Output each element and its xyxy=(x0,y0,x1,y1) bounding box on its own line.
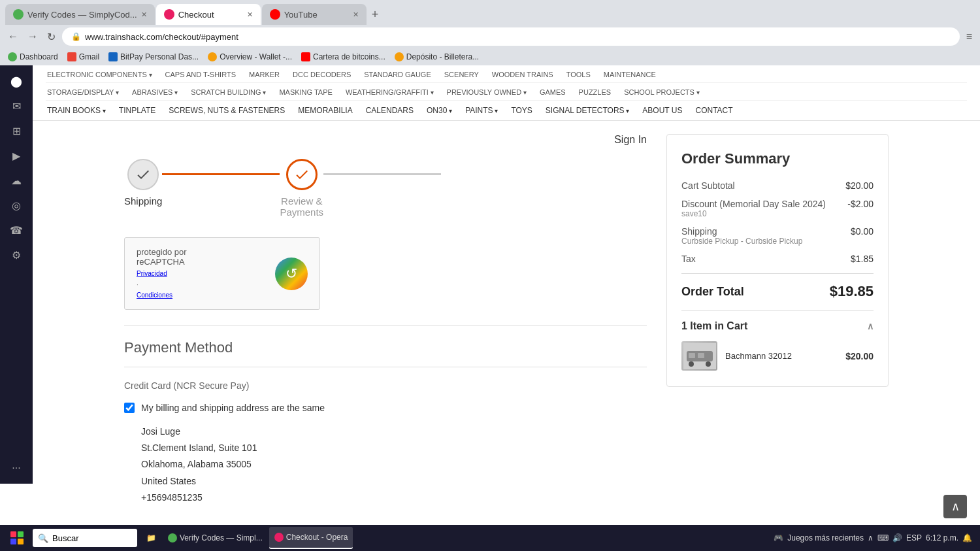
step-line-2 xyxy=(323,173,441,175)
nav-dcc-decoders[interactable]: DCC DECODERS xyxy=(291,69,352,80)
bookmark-overview-label: Overview - Wallet -... xyxy=(220,52,292,61)
nav-previously-owned[interactable]: PREVIOUSLY OWNED xyxy=(446,87,528,97)
taskbar-notification-bell[interactable]: 🔔 xyxy=(962,533,972,543)
taskbar-search-box[interactable]: 🔍 Buscar xyxy=(33,529,137,547)
recaptcha-privacy-link[interactable]: Privacidad xyxy=(137,270,167,277)
nav-tools[interactable]: TOOLS xyxy=(565,69,592,80)
recaptcha-logo: ↺ xyxy=(275,258,308,290)
taskbar-file-explorer[interactable]: 📁 xyxy=(141,527,161,549)
nav-train-books[interactable]: TRAIN BOOKS xyxy=(46,105,107,116)
nav-storage-display[interactable]: STORAGE/DISPLAY xyxy=(46,87,120,97)
cart-items-toggle[interactable]: 1 Item in Cart ∧ xyxy=(681,320,874,332)
tab-verify-codes[interactable]: Verify Codes — SimplyCod... ✕ xyxy=(5,4,155,25)
nav-memorabilia[interactable]: MEMORABILIA xyxy=(297,105,353,116)
nav-caps-tshirts[interactable]: CAPS AND T-SHIRTS xyxy=(164,69,237,80)
tab2-close[interactable]: ✕ xyxy=(247,10,253,19)
taskbar-checkout[interactable]: Checkout - Opera xyxy=(269,527,353,549)
bookmark-dashboard[interactable]: Dashboard xyxy=(5,52,61,62)
nav-contact[interactable]: CONTACT xyxy=(694,105,734,116)
order-total-value: $19.85 xyxy=(830,283,874,300)
left-icon-apps[interactable]: ⊞ xyxy=(5,119,28,142)
menu-button[interactable]: ≡ xyxy=(964,29,975,44)
discount-label-block: Discount (Memorial Day Sale 2024) save10 xyxy=(681,199,826,218)
bookmarks-bar: Dashboard Gmail BitPay Personal Das... O… xyxy=(0,48,980,65)
nav-toys[interactable]: TOYS xyxy=(510,105,533,116)
nav-screws-nuts-fasteners[interactable]: SCREWS, NUTS & FASTENERS xyxy=(167,105,286,116)
left-icon-phone[interactable]: ☎ xyxy=(5,218,28,242)
step1-circle xyxy=(127,159,159,190)
bookmark-bitpay-label: BitPay Personal Das... xyxy=(120,52,199,61)
sign-in-link[interactable]: Sign In xyxy=(614,134,647,145)
nav-scratch-building[interactable]: SCRATCH BUILDING xyxy=(189,87,267,97)
left-icon-settings[interactable]: ⚙ xyxy=(5,243,28,267)
nav-calendars[interactable]: CALENDARS xyxy=(365,105,415,116)
nav-school-projects[interactable]: SCHOOL PROJECTS xyxy=(623,87,701,97)
nav-maintenance[interactable]: MAINTENANCE xyxy=(602,69,657,80)
nav-games[interactable]: GAMES xyxy=(538,87,567,97)
nav-masking-tape[interactable]: MASKING TAPE xyxy=(278,87,334,97)
bookmark-cartera[interactable]: Cartera de bitcoins... xyxy=(299,52,388,62)
back-button[interactable]: ← xyxy=(5,29,21,44)
billing-checkbox[interactable] xyxy=(124,403,135,413)
divider-2 xyxy=(124,367,647,367)
shipping-row: Shipping Curbside Pickup - Curbside Pick… xyxy=(681,226,874,246)
shipping-sub: Curbside Pickup - Curbside Pickup xyxy=(681,237,802,246)
right-col: Order Summary Cart Subtotal $20.00 Disco… xyxy=(666,134,889,506)
new-tab-button[interactable]: + xyxy=(368,8,383,22)
nav-marker[interactable]: MARKER xyxy=(248,69,281,80)
recaptcha-main-text: protegido por reCAPTCHA xyxy=(137,247,236,267)
nav-on30[interactable]: ON30 xyxy=(425,105,453,116)
tab-checkout[interactable]: Checkout ✕ xyxy=(156,4,261,25)
reload-button[interactable]: ↻ xyxy=(44,29,58,44)
nav-electronic-components[interactable]: ELECTRONIC COMPONENTS xyxy=(46,69,154,80)
address-street: St.Clement Island, Suite 101 xyxy=(141,440,647,456)
taskbar-verify-codes[interactable]: Verify Codes — Simpl... xyxy=(163,527,268,549)
tab3-close[interactable]: ✕ xyxy=(353,10,359,19)
nav-tinplate[interactable]: TINPLATE xyxy=(118,105,157,116)
tax-row: Tax $1.85 xyxy=(681,254,874,264)
nav-wooden-trains[interactable]: WOODEN TRAINS xyxy=(491,69,555,80)
left-icon-cloud[interactable]: ☁ xyxy=(5,169,28,192)
step2-circle xyxy=(286,159,318,190)
tab-youtube[interactable]: YouTube ✕ xyxy=(262,4,367,25)
address-bar[interactable]: 🔒 www.trainshack.com/checkout/#payment xyxy=(62,27,960,46)
tab3-title: YouTube xyxy=(284,10,318,20)
payment-subtitle: Credit Card (NCR Secure Pay) xyxy=(124,380,647,391)
discount-row: Discount (Memorial Day Sale 2024) save10… xyxy=(681,199,874,218)
nav-weathering-graffiti[interactable]: WEATHERING/GRAFFITI xyxy=(344,87,435,97)
left-icon-mail[interactable]: ✉ xyxy=(5,94,28,118)
tab-bar: Verify Codes — SimplyCod... ✕ Checkout ✕… xyxy=(0,0,980,25)
forward-button[interactable]: → xyxy=(25,29,41,44)
recaptcha-widget[interactable]: protegido por reCAPTCHA Privacidad · Con… xyxy=(124,237,320,310)
nav-abrasives[interactable]: ABRASIVES xyxy=(131,87,179,97)
shipping-label: Shipping xyxy=(681,226,802,237)
tab1-close[interactable]: ✕ xyxy=(141,10,147,19)
bookmark-overview-wallet[interactable]: Overview - Wallet -... xyxy=(205,52,295,62)
tab1-title: Verify Codes — SimplyCod... xyxy=(27,10,137,20)
recaptcha-conditions-link[interactable]: Condiciones xyxy=(137,292,172,299)
left-icon-media[interactable]: ▶ xyxy=(5,144,28,167)
nav-scenery[interactable]: SCENERY xyxy=(443,69,480,80)
left-icon-circle[interactable]: ◎ xyxy=(5,193,28,217)
step-line-1 xyxy=(162,173,280,175)
shipping-value: $0.00 xyxy=(851,226,874,237)
nav-signal-detectors[interactable]: SIGNAL DETECTORS xyxy=(544,105,630,116)
nav-standard-gauge[interactable]: STANDARD GAUGE xyxy=(363,69,432,80)
discount-value: -$2.00 xyxy=(847,199,874,209)
nav-about-us[interactable]: ABOUT US xyxy=(641,105,683,116)
left-sidebar: ⬤ ✉ ⊞ ▶ ☁ ◎ ☎ ⚙ ··· xyxy=(0,65,33,484)
taskbar-search-label: Buscar xyxy=(52,533,78,543)
taskbar-time: 6:12 p.m. xyxy=(926,533,958,543)
nav-paints[interactable]: PAINTS xyxy=(464,105,499,116)
left-icon-home[interactable]: ⬤ xyxy=(5,69,28,93)
nav-puzzles[interactable]: PUZZLES xyxy=(578,87,613,97)
bookmark-gmail[interactable]: Gmail xyxy=(65,52,102,62)
bookmark-bitpay[interactable]: BitPay Personal Das... xyxy=(106,52,201,62)
taskbar-start-button[interactable] xyxy=(3,526,31,550)
left-col: Sign In Shipping Review &Payments xyxy=(124,134,647,506)
bookmark-deposito[interactable]: Depósito - Billetera... xyxy=(392,52,482,62)
step-shipping: Shipping xyxy=(124,159,162,207)
scroll-to-top-button[interactable]: ∧ xyxy=(943,495,967,518)
taskbar-checkout-icon xyxy=(274,533,284,542)
left-icon-more[interactable]: ··· xyxy=(5,456,28,480)
